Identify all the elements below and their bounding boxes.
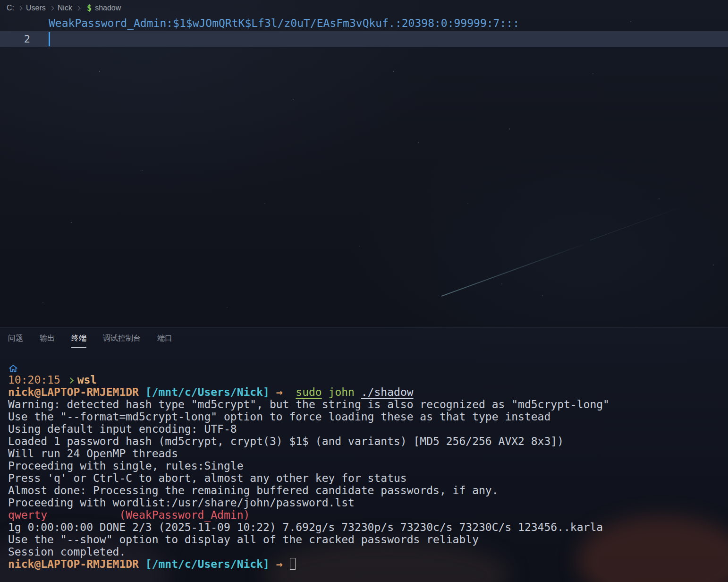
- panel-tabs: 问题输出终端调试控制台端口: [0, 327, 728, 348]
- shellscript-file-icon: $: [87, 3, 92, 13]
- terminal-text: [322, 386, 329, 398]
- chevron-right-icon: [76, 6, 80, 10]
- breadcrumb-item-nick[interactable]: Nick: [58, 4, 72, 12]
- panel-tab-inactive[interactable]: 端口: [157, 334, 172, 348]
- terminal-text: 10:20:15: [8, 374, 67, 386]
- breadcrumb-item-users[interactable]: Users: [26, 4, 46, 12]
- editor-pane[interactable]: C: Users Nick $ shadow WeakPassword_Admi…: [0, 0, 728, 327]
- prompt-chevron-icon: [68, 377, 74, 384]
- terminal-text: Warning: detected hash type "md5crypt", …: [8, 398, 609, 411]
- chevron-right-icon: [18, 6, 23, 10]
- terminal-text: qwerty (WeakPassword_Admin): [8, 509, 250, 521]
- terminal-text: nick@LAPTOP-RMJEM1DR: [8, 558, 145, 570]
- john-output-line: Session completed.: [8, 546, 728, 558]
- terminal-text: [289, 386, 296, 398]
- cracked-password-line: qwerty (WeakPassword_Admin): [8, 509, 728, 521]
- prompt-time-line: 10:20:15 wsl: [8, 374, 728, 386]
- terminal-text: Proceeding with wordlist:/usr/share/john…: [8, 496, 355, 509]
- terminal-text: Use the "--show" option to display all o…: [8, 533, 479, 546]
- panel-tab-inactive[interactable]: 调试控制台: [103, 334, 141, 348]
- john-output-line: Using default input encoding: UTF-8: [8, 423, 728, 435]
- terminal-text: →: [276, 558, 289, 570]
- terminal[interactable]: 10:20:15 wslnick@LAPTOP-RMJEM1DR [/mnt/c…: [8, 361, 728, 582]
- prompt-idle-line: nick@LAPTOP-RMJEM1DR [/mnt/c/Users/Nick]…: [8, 558, 728, 570]
- breadcrumb: C: Users Nick $ shadow: [7, 2, 121, 14]
- current-line-highlight: [0, 31, 728, 47]
- terminal-text: john: [329, 386, 355, 398]
- john-output-line: Loaded 1 password hash (md5crypt, crypt(…: [8, 435, 728, 447]
- line-number-2[interactable]: 2: [13, 31, 30, 47]
- john-output-line: Will run 24 OpenMP threads: [8, 447, 728, 460]
- terminal-text: Proceeding with single, rules:Single: [8, 460, 244, 472]
- terminal-text: [355, 386, 361, 398]
- editor-line-1: WeakPassword_Admin:$1$wJOmQRtK$Lf3l/z0uT…: [49, 16, 519, 31]
- terminal-text: Almost done: Processing the remaining bu…: [8, 484, 499, 496]
- terminal-text: Session completed.: [8, 546, 126, 558]
- terminal-text: nick@LAPTOP-RMJEM1DR: [8, 386, 145, 398]
- terminal-text: →: [276, 386, 289, 398]
- terminal-text: Press 'q' or Ctrl-C to abort, almost any…: [8, 472, 407, 484]
- terminal-text: 1g 0:00:00:00 DONE 2/3 (2025-11-09 10:22…: [8, 521, 603, 533]
- john-output-line: 1g 0:00:00:00 DONE 2/3 (2025-11-09 10:22…: [8, 521, 728, 533]
- terminal-text: Use the "--format=md5crypt-long" option …: [8, 411, 550, 423]
- john-output-line: Press 'q' or Ctrl-C to abort, almost any…: [8, 472, 728, 484]
- terminal-text: [/mnt/c/Users/Nick]: [145, 386, 276, 398]
- john-output-line: Warning: detected hash type "md5crypt", …: [8, 398, 728, 411]
- john-output-line: Use the "--show" option to display all o…: [8, 533, 728, 546]
- terminal-text: Using default input encoding: UTF-8: [8, 423, 237, 435]
- john-output-line: Use the "--format=md5crypt-long" option …: [8, 411, 728, 423]
- terminal-text: wsl: [77, 374, 97, 386]
- john-output-line: Almost done: Processing the remaining bu…: [8, 484, 728, 496]
- home-icon: [8, 363, 18, 374]
- panel-tab-active[interactable]: 终端: [71, 334, 86, 348]
- bottom-panel: 问题输出终端调试控制台端口 10:20:15 wslnick@LAPTOP-RM…: [0, 327, 728, 582]
- breadcrumb-item-drive[interactable]: C:: [7, 4, 14, 12]
- panel-tab-inactive[interactable]: 输出: [40, 334, 55, 348]
- prompt-command-line: nick@LAPTOP-RMJEM1DR [/mnt/c/Users/Nick]…: [8, 386, 728, 398]
- john-output-line: Proceeding with wordlist:/usr/share/john…: [8, 496, 728, 509]
- chevron-right-icon: [49, 6, 54, 10]
- terminal-text: sudo: [296, 386, 322, 398]
- editor-cursor: [49, 32, 50, 46]
- terminal-text: Loaded 1 password hash (md5crypt, crypt(…: [8, 435, 564, 447]
- terminal-text: [/mnt/c/Users/Nick]: [145, 558, 276, 570]
- terminal-text: ./shadow: [361, 386, 414, 398]
- terminal-cursor: [290, 558, 296, 570]
- breadcrumb-item-file[interactable]: shadow: [95, 4, 121, 12]
- john-output-line: Proceeding with single, rules:Single: [8, 460, 728, 472]
- terminal-text: Will run 24 OpenMP threads: [8, 447, 178, 460]
- panel-tab-inactive[interactable]: 问题: [8, 334, 23, 348]
